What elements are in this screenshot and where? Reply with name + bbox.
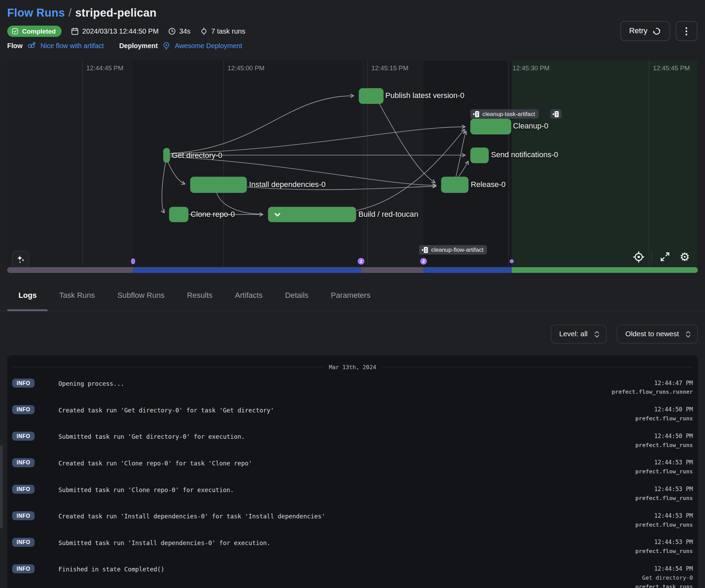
- flow-deployment-row: Flow Nice flow with artifact Deployment …: [7, 41, 242, 49]
- tabs-divider: [0, 311, 705, 311]
- log-logger: prefect.flow_runs: [635, 415, 693, 422]
- event-marker-count[interactable]: 2: [420, 258, 427, 265]
- run-task-count-value: 7 task runs: [211, 27, 245, 35]
- artifact-icon: [422, 246, 428, 253]
- chevron-down-icon: [273, 211, 281, 218]
- task-run-icon: [199, 27, 208, 36]
- chevron-updown-icon: [594, 330, 600, 338]
- recenter-icon[interactable]: [632, 250, 645, 264]
- task-node-release[interactable]: [441, 177, 468, 193]
- log-sort-select[interactable]: Oldest to newest: [617, 325, 698, 344]
- artifact-tag-cleanup-flow[interactable]: cleanup-flow-artifact: [419, 245, 487, 255]
- log-logger: prefect.task_runs: [635, 583, 693, 588]
- breadcrumb: Flow Runs/striped-pelican: [7, 6, 157, 19]
- retry-button[interactable]: Retry: [621, 21, 670, 41]
- retry-label: Retry: [629, 27, 648, 36]
- task-node-send-notifications[interactable]: [470, 148, 489, 163]
- graph-ai-button[interactable]: [12, 251, 29, 266]
- task-node-label: Cleanup-0: [513, 122, 548, 131]
- detail-tabs: Logs Task Runs Subflow Runs Results Arti…: [7, 285, 382, 309]
- artifact-tag-cleanup-task[interactable]: cleanup-task-artifact: [470, 109, 538, 119]
- log-logger: prefect.flow_runs: [635, 442, 693, 448]
- graph-settings-icon[interactable]: ⚙: [678, 250, 691, 264]
- breadcrumb-flow-runs-link[interactable]: Flow Runs: [7, 6, 65, 19]
- task-node-get-directory[interactable]: [163, 148, 170, 163]
- log-level-select[interactable]: Level: all: [551, 325, 606, 344]
- clock-icon: [168, 27, 176, 36]
- breadcrumb-current: striped-pelican: [75, 6, 157, 19]
- task-node-cleanup[interactable]: [470, 119, 511, 134]
- run-task-count: 7 task runs: [199, 27, 245, 36]
- log-list-panel: Mar 13th, 2024 INFO Opening process... 1…: [7, 355, 698, 588]
- tab-logs[interactable]: Logs: [7, 285, 48, 309]
- log-time: 12:44:47 PM: [654, 380, 693, 386]
- chevron-updown-icon: [685, 330, 691, 338]
- log-message: Finished in state Completed(): [59, 566, 164, 573]
- log-task-run: Get directory-0: [642, 574, 693, 581]
- check-square-icon: [11, 27, 19, 35]
- run-duration: 34s: [168, 27, 190, 36]
- task-node-label: Clone repo-0: [191, 210, 235, 219]
- artifact-icon: [473, 110, 480, 118]
- task-run-graph[interactable]: 12:44:45 PM 12:45:00 PM 12:45:15 PM 12:4…: [7, 61, 698, 266]
- log-level-badge: INFO: [12, 485, 35, 494]
- deployment-label: Deployment: [119, 42, 158, 49]
- tab-parameters[interactable]: Parameters: [320, 285, 382, 309]
- run-datetime: 2024/03/13 12:44:50 PM: [82, 27, 159, 35]
- tab-results[interactable]: Results: [176, 285, 224, 309]
- log-message: Submitted task run 'Install dependencies…: [59, 539, 270, 546]
- log-date-label: Mar 13th, 2024: [329, 364, 376, 370]
- scrollbar-segment-idle: [361, 267, 423, 273]
- tab-artifacts[interactable]: Artifacts: [224, 285, 274, 309]
- dependency-edges: [7, 61, 698, 266]
- more-actions-button[interactable]: ⋮: [676, 21, 697, 41]
- flow-name-link[interactable]: Nice flow with artifact: [41, 42, 104, 49]
- log-row: INFO Created task run 'Install dependenc…: [7, 507, 698, 533]
- timeline-scrollbar[interactable]: [7, 267, 698, 273]
- event-marker[interactable]: [131, 258, 135, 264]
- log-level-badge: INFO: [12, 511, 35, 520]
- artifact-tag-extra[interactable]: [550, 109, 561, 119]
- event-marker[interactable]: [510, 259, 514, 264]
- flow-run-page: Flow Runs/striped-pelican Completed 2024…: [0, 0, 705, 588]
- task-node-label: Get directory-0: [172, 151, 222, 160]
- log-row: INFO Finished in state Completed() 12:44…: [7, 560, 698, 587]
- log-message: Created task run 'Get directory-0' for t…: [59, 407, 274, 414]
- task-node-label: Install dependencies-0: [249, 180, 325, 189]
- log-row: INFO Opening process... 12:44:47 PM pref…: [7, 374, 698, 401]
- subflow-node-build[interactable]: [268, 207, 356, 222]
- scrollbar-segment-completed: [512, 267, 698, 273]
- log-message: Submitted task run 'Get directory-0' for…: [59, 433, 245, 440]
- log-time: 12:44:53 PM: [654, 539, 693, 545]
- log-logger: prefect.flow_runs: [635, 521, 693, 528]
- calendar-icon: [71, 27, 79, 36]
- task-node-install-dependencies[interactable]: [190, 177, 247, 193]
- page-scrollbar[interactable]: [0, 445, 3, 528]
- run-duration-value: 34s: [179, 27, 190, 35]
- log-level-badge: INFO: [12, 378, 35, 387]
- tab-task-runs[interactable]: Task Runs: [48, 285, 106, 309]
- log-level-badge: INFO: [12, 458, 35, 467]
- fullscreen-icon[interactable]: [658, 250, 672, 264]
- status-label: Completed: [22, 28, 56, 35]
- event-marker-count[interactable]: 2: [358, 258, 364, 265]
- task-node-clone-repo[interactable]: [169, 207, 188, 222]
- log-row: INFO Submitted task run 'Install depende…: [7, 533, 698, 560]
- log-time: 12:44:50 PM: [654, 406, 693, 413]
- deployment-name-link[interactable]: Awesome Deployment: [175, 42, 242, 49]
- artifact-tag-label: cleanup-task-artifact: [482, 110, 535, 117]
- log-level-value: Level: all: [559, 330, 588, 338]
- log-logger: prefect.flow_runs.runner: [612, 389, 693, 395]
- task-node-publish-latest-version[interactable]: [359, 88, 383, 104]
- log-logger: prefect.flow_runs: [635, 548, 693, 554]
- tab-details[interactable]: Details: [274, 285, 320, 309]
- artifact-icon: [553, 110, 559, 118]
- tab-subflow-runs[interactable]: Subflow Runs: [106, 285, 176, 309]
- log-row: INFO Created task run 'Clone repo-0' for…: [7, 454, 698, 480]
- flow-icon: [27, 42, 36, 49]
- log-row: INFO Submitted task run 'Clone repo-0' f…: [7, 480, 698, 507]
- scrollbar-segment-running: [423, 267, 512, 273]
- kebab-icon: ⋮: [682, 26, 692, 36]
- log-message: Created task run 'Clone repo-0' for task…: [59, 460, 252, 467]
- log-date-divider: Mar 13th, 2024: [12, 364, 692, 370]
